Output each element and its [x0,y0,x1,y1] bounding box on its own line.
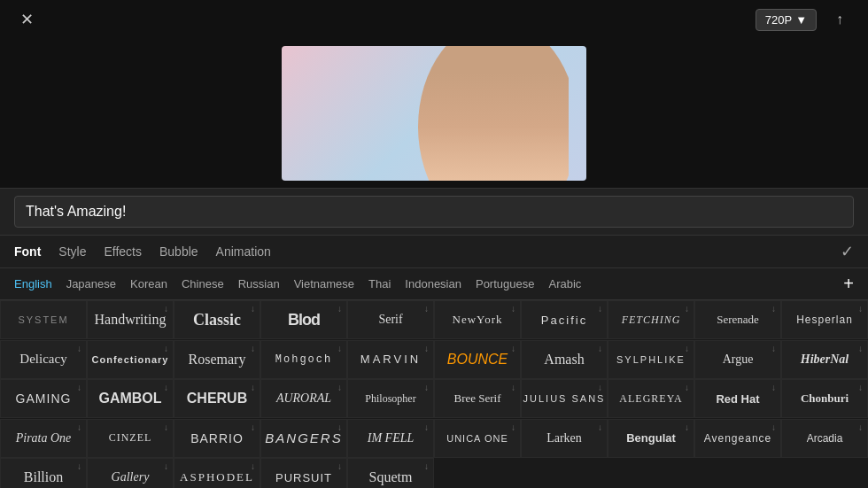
font-name-label: Pacific [538,314,591,327]
download-icon: ↓ [771,422,776,432]
lang-russian[interactable]: Russian [238,277,280,290]
font-cell-billion[interactable]: ↓Billion [0,458,87,488]
font-cell-cinzel[interactable]: ↓CINZEL [87,419,174,458]
lang-korean[interactable]: Korean [130,277,167,290]
font-cell-rosemary[interactable]: ↓Rosemary [174,340,260,379]
font-name-label: Amash [540,352,587,368]
download-icon: ↓ [685,383,689,392]
font-cell-bounce[interactable]: ↓BOUNCE [434,340,521,379]
font-name-label: Serenade [713,313,763,327]
font-cell-squetm[interactable]: ↓Squetm [347,458,434,488]
lang-english[interactable]: English [14,277,52,290]
font-cell-mohgoch[interactable]: ↓Mohgoch [260,340,347,379]
font-cell-gallery[interactable]: ↓Gallery [87,458,174,488]
download-icon: ↓ [598,422,602,432]
font-cell-hesperlan[interactable]: ↓Hesperlan [781,300,868,339]
lang-portuguese[interactable]: Portuguese [476,277,535,290]
tab-style[interactable]: Style [58,241,86,262]
font-name-label: Billion [20,469,66,485]
lang-arabic[interactable]: Arabic [548,277,581,290]
font-cell-handwriting[interactable]: ↓Handwriting [87,300,174,339]
font-cell-classic[interactable]: ↓Classic [174,300,260,339]
font-cell-unica-one[interactable]: ↓UNICA ONE [434,419,521,458]
download-icon: ↓ [424,461,429,471]
font-cell-gaming[interactable]: ↓GAMING [0,379,87,418]
font-cell-newyork[interactable]: ↓NewYork [434,300,521,339]
font-name-label: AURORAL [273,391,335,406]
font-name-label: Mohgoch [272,353,336,366]
font-cell-bree-serif[interactable]: ↓Bree Serif [434,379,521,418]
download-icon: ↓ [77,461,81,471]
font-cell-alegreya[interactable]: ↓ALEGREYA [608,379,694,418]
font-cell-amash[interactable]: ↓Amash [521,340,608,379]
font-cell-confectionary[interactable]: ↓Confectionary [87,340,174,379]
font-cell-delicacy[interactable]: ↓Delicacy [0,340,87,379]
font-cell-philosopher[interactable]: ↓Philosopher [347,379,434,418]
font-name-label: IM FELL [364,431,418,445]
font-cell-blod[interactable]: ↓Blod [260,300,347,339]
font-cell-pursuit[interactable]: ↓PURSUIT [260,458,347,488]
font-name-label: Bengulat [623,431,679,445]
font-cell-pirata-one[interactable]: ↓Pirata One [0,419,87,458]
font-name-label: ALEGREYA [616,392,686,406]
tab-effects[interactable]: Effects [104,241,142,262]
font-cell-marvin[interactable]: ↓MARVIN [347,340,434,379]
download-icon: ↓ [685,304,689,314]
font-cell-sylphlike[interactable]: ↓SYLPHLIKE [608,340,694,379]
font-cell-larken[interactable]: ↓Larken [521,419,608,458]
font-name-label: SYSTEM [14,314,72,325]
download-icon: ↓ [164,422,168,432]
download-icon: ↓ [251,383,255,392]
text-input[interactable] [14,196,854,228]
person-body-shape [391,46,569,181]
download-icon: ↓ [511,383,515,392]
font-cell-hibernal[interactable]: ↓HiberNal [781,340,868,379]
font-cell-julius-sans[interactable]: ↓JULIUS SANS [521,379,608,418]
font-cell-avengeance[interactable]: ↓Avengeance [694,419,781,458]
font-cell-bangers[interactable]: ↓BANGERS [260,419,347,458]
text-input-bar [0,188,868,236]
add-language-button[interactable]: + [843,274,854,294]
download-icon: ↓ [337,344,342,353]
lang-chinese[interactable]: Chinese [182,277,224,290]
font-name-label: Handwriting [91,312,170,328]
font-cell-asphodel[interactable]: ↓ASPHODEL [174,458,260,488]
font-name-label: UNICA ONE [443,433,512,444]
font-cell-gambol[interactable]: ↓GAMBOL [87,379,174,418]
font-cell-fetching[interactable]: ↓FeTCHing [608,300,694,339]
tab-animation[interactable]: Animation [216,241,271,262]
download-icon: ↓ [685,344,689,353]
font-name-label: PURSUIT [272,471,336,484]
font-cell-arcadia[interactable]: ↓Arcadia [781,419,868,458]
font-name-label: Argue [719,352,757,367]
font-name-label: Red Hat [712,392,763,406]
font-cell-cherub[interactable]: ↓CHERUB [174,379,260,418]
confirm-button[interactable]: ✓ [841,242,854,261]
font-cell-im-fell[interactable]: ↓IM FELL [347,419,434,458]
font-cell-serif[interactable]: ↓Serif [347,300,434,339]
quality-selector[interactable]: 720P ▼ [756,9,817,31]
font-cell-auroral[interactable]: ↓AURORAL [260,379,347,418]
font-name-label: Delicacy [16,352,70,367]
font-cell-system[interactable]: SYSTEM [0,300,87,339]
font-cell-barrio[interactable]: ↓BARRIO [174,419,260,458]
download-icon: ↓ [424,304,429,314]
video-thumbnail [282,46,586,181]
tab-font[interactable]: Font [14,241,41,262]
lang-japanese[interactable]: Japanese [66,277,116,290]
font-cell-argue[interactable]: ↓Argue [694,340,781,379]
font-cell-red-hat[interactable]: ↓Red Hat [694,379,781,418]
lang-vietnamese[interactable]: Vietnamese [294,277,354,290]
font-cell-serenade[interactable]: ↓Serenade [694,300,781,339]
font-cell-chonburi[interactable]: ↓Chonburi [781,379,868,418]
close-button[interactable]: ✕ [14,7,39,32]
download-icon: ↓ [858,383,863,392]
download-icon: ↓ [511,304,515,314]
download-icon: ↓ [424,383,429,392]
tab-bubble[interactable]: Bubble [159,241,198,262]
font-cell-bengulat[interactable]: ↓Bengulat [608,419,694,458]
upload-button[interactable]: ↑ [825,5,854,34]
lang-indonesian[interactable]: Indonesian [405,277,461,290]
lang-thai[interactable]: Thai [368,277,391,290]
font-cell-pacific[interactable]: ↓Pacific [521,300,608,339]
